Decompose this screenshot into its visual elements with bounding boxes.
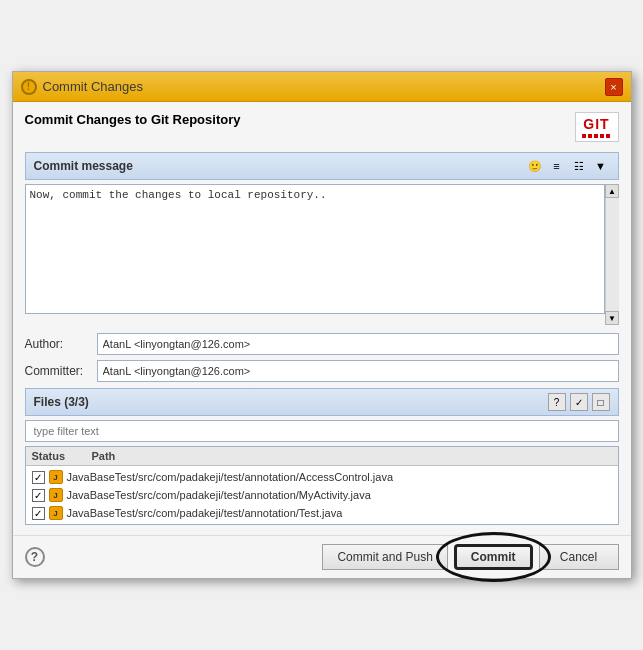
dialog-title: Commit Changes — [43, 79, 143, 94]
close-button[interactable]: × — [605, 78, 623, 96]
page-title: Commit Changes to Git Repository — [25, 112, 241, 127]
committer-row: Committer: — [25, 360, 619, 382]
help-icon[interactable]: ? — [25, 547, 45, 567]
commit-message-wrapper: ▲ ▼ — [25, 184, 619, 325]
author-row: Author: — [25, 333, 619, 355]
col-header-path: Path — [92, 450, 612, 462]
filter-input[interactable] — [25, 420, 619, 442]
dialog-footer: ? Commit and Push Commit Cancel — [13, 535, 631, 578]
file-type-icon: J — [49, 470, 63, 484]
grid-icon-btn[interactable]: ☷ — [570, 157, 588, 175]
author-input[interactable] — [97, 333, 619, 355]
file-type-icon: J — [49, 488, 63, 502]
col-header-status: Status — [32, 450, 92, 462]
file-path: JavaBaseTest/src/com/padakeji/test/annot… — [67, 471, 394, 483]
expand-icon-btn[interactable]: ▼ — [592, 157, 610, 175]
committer-label: Committer: — [25, 364, 97, 378]
section-toolbar: 🙂 ≡ ☷ ▼ — [526, 157, 610, 175]
scroll-up-arrow[interactable]: ▲ — [605, 184, 619, 198]
git-logo-text: GIT — [583, 116, 609, 132]
commit-button-wrapper: Commit — [454, 544, 533, 570]
file-type-icon: J — [49, 506, 63, 520]
table-row[interactable]: ✓JJavaBaseTest/src/com/padakeji/test/ann… — [26, 486, 618, 504]
dialog-icon: ! — [21, 79, 37, 95]
title-bar: ! Commit Changes × — [13, 72, 631, 102]
file-path: JavaBaseTest/src/com/padakeji/test/annot… — [67, 489, 371, 501]
dialog-header: Commit Changes to Git Repository GIT — [25, 112, 619, 142]
git-logo-decoration — [582, 134, 612, 138]
commit-button[interactable]: Commit — [454, 544, 533, 570]
files-expand-icon-btn[interactable]: □ — [592, 393, 610, 411]
files-check-icon-btn[interactable]: ✓ — [570, 393, 588, 411]
files-table-header: Status Path — [26, 447, 618, 466]
commit-and-push-button[interactable]: Commit and Push — [322, 544, 447, 570]
commit-message-title: Commit message — [34, 159, 133, 173]
file-checkbox[interactable]: ✓ — [32, 471, 45, 484]
file-checkbox[interactable]: ✓ — [32, 507, 45, 520]
message-scrollbar[interactable]: ▲ ▼ — [605, 184, 619, 325]
files-table-body: ✓JJavaBaseTest/src/com/padakeji/test/ann… — [26, 466, 618, 524]
author-label: Author: — [25, 337, 97, 351]
list-icon-btn[interactable]: ≡ — [548, 157, 566, 175]
files-help-icon-btn[interactable]: ? — [548, 393, 566, 411]
file-path: JavaBaseTest/src/com/padakeji/test/annot… — [67, 507, 343, 519]
files-title: Files (3/3) — [34, 395, 89, 409]
table-row[interactable]: ✓JJavaBaseTest/src/com/padakeji/test/ann… — [26, 504, 618, 522]
scroll-down-arrow[interactable]: ▼ — [605, 311, 619, 325]
title-bar-left: ! Commit Changes — [21, 79, 143, 95]
table-row[interactable]: ✓JJavaBaseTest/src/com/padakeji/test/ann… — [26, 468, 618, 486]
files-section-header: Files (3/3) ? ✓ □ — [25, 388, 619, 416]
commit-message-input[interactable] — [25, 184, 605, 314]
emoji-icon-btn[interactable]: 🙂 — [526, 157, 544, 175]
committer-input[interactable] — [97, 360, 619, 382]
files-section: Files (3/3) ? ✓ □ Status Path ✓JJavaBase… — [25, 388, 619, 525]
footer-buttons: Commit and Push Commit Cancel — [322, 544, 618, 570]
commit-dialog: ! Commit Changes × Commit Changes to Git… — [12, 71, 632, 579]
cancel-button[interactable]: Cancel — [539, 544, 619, 570]
dialog-content: Commit Changes to Git Repository GIT Com… — [13, 102, 631, 535]
files-table: Status Path ✓JJavaBaseTest/src/com/padak… — [25, 446, 619, 525]
files-toolbar: ? ✓ □ — [548, 393, 610, 411]
file-checkbox[interactable]: ✓ — [32, 489, 45, 502]
footer-left: ? — [25, 547, 45, 567]
git-logo: GIT — [575, 112, 619, 142]
commit-message-section-header: Commit message 🙂 ≡ ☷ ▼ — [25, 152, 619, 180]
